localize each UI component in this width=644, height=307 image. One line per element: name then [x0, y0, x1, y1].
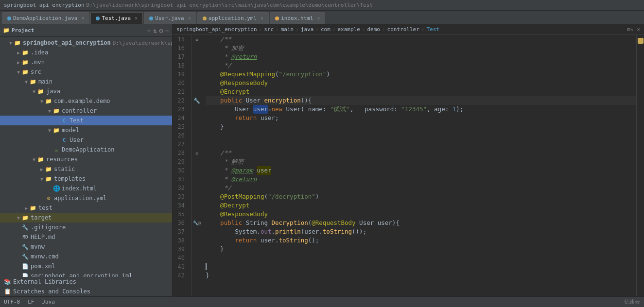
sidebar-item-idea[interactable]: ▶ 📁 .idea	[0, 48, 172, 57]
code-line-39: }	[206, 245, 636, 254]
sidebar-tree: ▼ 📁 springboot_api_encryption D:\java\id…	[0, 37, 172, 277]
settings-icon[interactable]: ⚙	[159, 27, 163, 34]
bc-test: Test	[426, 26, 439, 33]
sync-icon[interactable]: ⇅	[153, 27, 157, 34]
tab-application-yml[interactable]: application.yml ×	[197, 12, 269, 24]
gm-16	[192, 44, 202, 52]
sidebar-item-static[interactable]: ▶ 📁 static	[0, 164, 172, 174]
sidebar-item-gitignore[interactable]: 🔧 .gitignore	[0, 222, 172, 232]
folder-icon: 📁	[45, 176, 52, 182]
sidebar-root[interactable]: ▼ 📁 springboot_api_encryption D:\java\id…	[0, 38, 172, 48]
code-line-41	[206, 262, 636, 271]
sidebar-item-target[interactable]: ▼ 📁 target	[0, 213, 172, 222]
sidebar-item-index-html[interactable]: 🌐 index.html	[0, 184, 172, 193]
tab-close-index-html[interactable]: ×	[317, 16, 320, 21]
tab-label-demo-application: DemoApplication.java	[13, 15, 77, 21]
gm-22: 🔧	[192, 96, 202, 105]
gm-37	[192, 227, 202, 236]
code-line-21: @Encrypt	[206, 87, 636, 96]
project-label: Project	[12, 27, 34, 34]
status-bar: UTF-8 LF Java 亿速云	[0, 296, 644, 307]
add-icon[interactable]: +	[147, 27, 151, 34]
collapse-icon[interactable]: −	[165, 27, 169, 34]
sidebar-item-mvnw-cmd[interactable]: 🔧 mvnw.cmd	[0, 252, 172, 261]
code-line-38: return user.toString();	[206, 236, 636, 245]
ln-28: 28	[173, 149, 188, 157]
tab-close-app-yml[interactable]: ×	[261, 16, 263, 21]
item-label: HELP.md	[31, 234, 55, 240]
tab-close-demo-application[interactable]: ×	[81, 16, 84, 21]
status-line-sep[interactable]: LF	[28, 299, 34, 305]
item-label: java	[46, 88, 60, 95]
editor-right-icon[interactable]: m₅ ×	[627, 26, 641, 33]
status-lang[interactable]: Java	[42, 299, 55, 305]
sidebar-item-user-class[interactable]: C User	[0, 135, 172, 145]
folder-icon: 📁	[37, 156, 45, 163]
sidebar-item-demo-application[interactable]: ☕ DemoApplication	[0, 145, 172, 154]
right-scroll-gutter	[636, 35, 644, 296]
item-label: main	[38, 78, 52, 85]
sidebar-item-model[interactable]: ▼ 📁 model	[0, 125, 172, 135]
ln-39: 39	[173, 245, 188, 254]
code-line-24: return user;	[206, 114, 636, 122]
folder-icon: 📁	[21, 50, 29, 56]
gm-40	[192, 254, 202, 262]
gm-19	[192, 70, 202, 79]
sidebar-bottom: 📚 External Libraries 📋 Scratches and Con…	[0, 277, 172, 296]
yaml-icon: ⚙	[45, 195, 52, 202]
sidebar-item-controller[interactable]: ▼ 📁 controller	[0, 106, 172, 116]
tab-test[interactable]: Test.java ×	[90, 12, 143, 24]
gm-33	[192, 192, 202, 201]
gm-25	[192, 122, 202, 131]
ln-15: 15	[173, 35, 188, 44]
tab-close-test[interactable]: ×	[135, 16, 138, 21]
top-bar: springboot_api_encryption D:\java\iderwo…	[0, 0, 644, 11]
sidebar-item-mvn[interactable]: ▶ 📁 .mvn	[0, 57, 172, 67]
sidebar-item-src[interactable]: ▼ 📁 src	[0, 67, 172, 77]
ln-16: 16	[173, 44, 188, 52]
main-layout: 📁 Project + ⇅ ⚙ − ▼ 📁 springboot_api_enc…	[0, 24, 644, 296]
tab-close-user[interactable]: ×	[188, 16, 191, 21]
sidebar-item-test-class[interactable]: C Test	[0, 116, 172, 125]
tab-user[interactable]: User.java ×	[144, 12, 196, 24]
ln-23: 23	[173, 105, 188, 114]
item-label: mvnw	[31, 243, 45, 250]
code-line-17: * @return	[206, 52, 636, 61]
bc-main: main	[281, 26, 294, 33]
code-line-18: */	[206, 61, 636, 70]
sidebar-item-main[interactable]: ▼ 📁 main	[0, 77, 172, 86]
sidebar-item-templates[interactable]: ▼ 📁 templates	[0, 174, 172, 184]
item-label: model	[62, 127, 79, 134]
arrow: ▶	[16, 50, 21, 55]
sidebar-item-com-example-demo[interactable]: ▼ 📁 com.example.demo	[0, 96, 172, 106]
arrow: ▼	[16, 69, 21, 75]
item-label: mvnw.cmd	[31, 253, 59, 260]
bc-example: example	[337, 26, 360, 33]
sidebar-item-iml[interactable]: 📄 springboot_api_encryption.iml	[0, 271, 172, 277]
sidebar-item-java[interactable]: ▼ 📁 java	[0, 86, 172, 96]
window-title: springboot_api_encryption	[4, 2, 85, 8]
status-encoding[interactable]: UTF-8	[4, 299, 20, 305]
tab-index-html[interactable]: index.html ×	[270, 12, 325, 24]
sidebar-item-mvnw[interactable]: 🔧 mvnw	[0, 242, 172, 252]
code-editor[interactable]: 15 16 17 18 19 20 21 22 23 24 25 26 27 2…	[173, 35, 644, 296]
sidebar-item-application-yml[interactable]: ⚙ application.yml	[0, 193, 172, 203]
code-line-32: */	[206, 184, 636, 192]
sidebar-item-test-folder[interactable]: ▶ 📁 test	[0, 203, 172, 213]
bc-demo: demo	[367, 26, 380, 33]
arrow: ▶	[39, 167, 45, 172]
sidebar-item-pom-xml[interactable]: 📄 pom.xml	[0, 261, 172, 271]
item-label: application.yml	[54, 195, 106, 202]
sidebar-item-help-md[interactable]: MD HELP.md	[0, 232, 172, 242]
external-libraries-item[interactable]: 📚 External Libraries	[0, 277, 172, 287]
gitignore-icon: 🔧	[21, 224, 29, 231]
sidebar-item-resources[interactable]: ▼ 📁 resources	[0, 154, 172, 164]
code-line-27	[206, 140, 636, 149]
item-label: Test	[70, 117, 84, 124]
mvnw-icon: 🔧	[21, 244, 29, 250]
scratches-and-consoles-item[interactable]: 📋 Scratches and Consoles	[0, 287, 172, 296]
tab-demo-application[interactable]: DemoApplication.java ×	[2, 12, 89, 24]
code-content[interactable]: /** * 加密 * @return */ @RequestMapping("/…	[202, 35, 636, 296]
item-label: templates	[54, 175, 86, 182]
code-line-16: * 加密	[206, 44, 636, 52]
